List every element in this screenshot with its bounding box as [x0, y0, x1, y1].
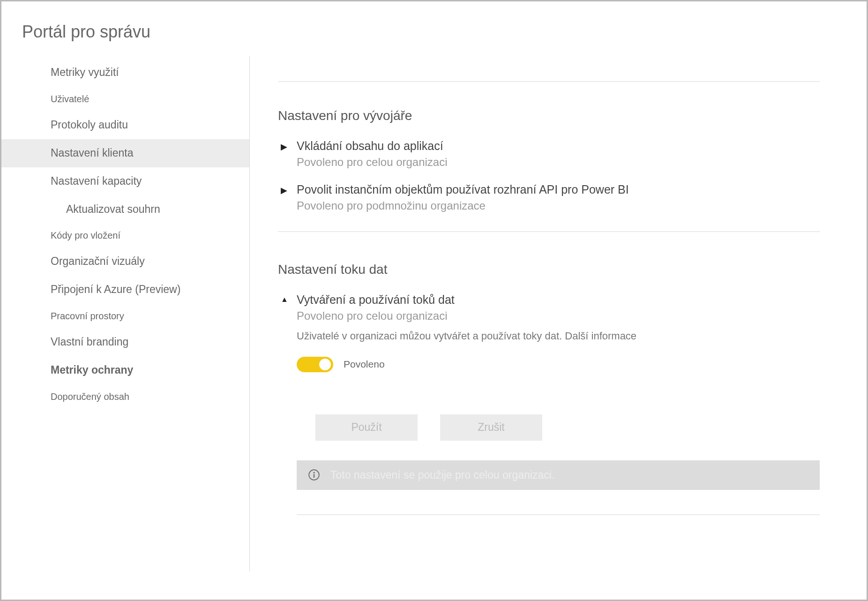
- sidebar-item-tenant-settings[interactable]: Nastavení klienta: [1, 139, 249, 167]
- sidebar-item-protection-metrics[interactable]: Metriky ochrany: [1, 356, 249, 384]
- sidebar-item-refresh-summary[interactable]: Aktualizovat souhrn: [1, 195, 249, 224]
- chevron-right-icon: ▶: [281, 139, 297, 152]
- toggle-knob: [319, 359, 331, 370]
- info-icon: [308, 469, 320, 481]
- main-content: Nastavení pro vývojáře ▶ Vkládání obsahu…: [250, 56, 867, 515]
- section-title-dataflow: Nastavení toku dat: [278, 262, 820, 277]
- sidebar-item-embed-codes[interactable]: Kódy pro vložení: [1, 223, 249, 248]
- sidebar-item-capacity-settings[interactable]: Nastavení kapacity: [1, 167, 249, 195]
- svg-point-1: [313, 472, 314, 473]
- svg-rect-2: [314, 474, 314, 478]
- toggle-label: Povoleno: [344, 359, 385, 370]
- sidebar-item-users[interactable]: Uživatelé: [1, 87, 249, 111]
- sidebar-item-org-visuals[interactable]: Organizační vizuály: [1, 248, 249, 276]
- divider: [278, 231, 820, 232]
- cancel-button[interactable]: Zrušit: [440, 414, 542, 441]
- sidebar: Metriky využití Uživatelé Protokoly audi…: [1, 56, 250, 571]
- sidebar-item-featured-content[interactable]: Doporučený obsah: [1, 384, 249, 409]
- setting-label: Vytváření a používání toků dat: [297, 293, 820, 307]
- section-title-developer: Nastavení pro vývojáře: [278, 108, 820, 123]
- info-text: Toto nastavení se použije pro celou orga…: [330, 469, 554, 481]
- toggle-enabled[interactable]: [297, 357, 333, 372]
- sidebar-item-workspaces[interactable]: Pracovní prostory: [1, 304, 249, 328]
- chevron-right-icon: ▶: [281, 183, 297, 195]
- setting-label: Povolit instančním objektům používat roz…: [297, 183, 820, 196]
- setting-label: Vkládání obsahu do aplikací: [297, 139, 820, 153]
- sidebar-item-custom-branding[interactable]: Vlastní branding: [1, 328, 249, 356]
- sidebar-item-usage-metrics[interactable]: Metriky využití: [1, 59, 249, 87]
- setting-embed-content[interactable]: ▶ Vkládání obsahu do aplikací Povoleno p…: [278, 139, 820, 169]
- setting-status: Povoleno pro celou organizaci: [297, 156, 820, 169]
- divider: [278, 81, 820, 82]
- setting-status: Povoleno pro podmnožinu organizace: [297, 199, 820, 212]
- setting-description: Uživatelé v organizaci můžou vytvářet a …: [297, 329, 820, 344]
- page-title: Portál pro správu: [1, 1, 867, 56]
- setting-status: Povoleno pro celou organizaci: [297, 309, 820, 323]
- setting-service-principals[interactable]: ▶ Povolit instančním objektům používat r…: [278, 183, 820, 212]
- sidebar-item-audit-logs[interactable]: Protokoly auditu: [1, 111, 249, 139]
- chevron-down-icon: ▲: [281, 293, 297, 304]
- divider: [297, 514, 820, 515]
- apply-button[interactable]: Použít: [315, 414, 418, 441]
- info-bar: Toto nastavení se použije pro celou orga…: [297, 460, 820, 490]
- setting-dataflow-creation[interactable]: ▲ Vytváření a používání toků dat Povolen…: [278, 293, 820, 515]
- sidebar-item-azure-connections[interactable]: Připojení k Azure (Preview): [1, 276, 249, 304]
